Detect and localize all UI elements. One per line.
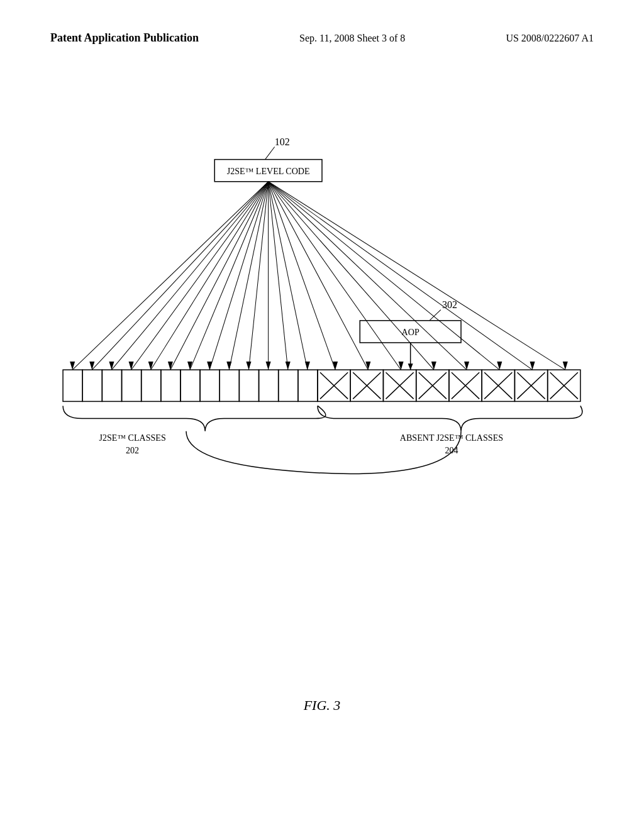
svg-rect-45 bbox=[82, 370, 102, 401]
svg-rect-53 bbox=[239, 370, 258, 401]
right-cells bbox=[318, 370, 580, 401]
diagram-svg: 102 J2SE™ LEVEL CODE bbox=[50, 126, 594, 566]
svg-line-7 bbox=[190, 182, 269, 370]
svg-line-15 bbox=[269, 182, 369, 370]
svg-marker-25 bbox=[129, 362, 134, 370]
patent-number-label: US 2008/0222607 A1 bbox=[506, 33, 594, 44]
svg-line-21 bbox=[269, 182, 565, 370]
svg-line-9 bbox=[229, 182, 268, 370]
j2se-classes-ref: 202 bbox=[126, 445, 139, 455]
svg-marker-30 bbox=[226, 362, 231, 370]
svg-line-3 bbox=[111, 182, 268, 370]
svg-line-18 bbox=[269, 182, 467, 370]
left-brace bbox=[63, 406, 326, 431]
aop-arrowhead bbox=[408, 363, 413, 370]
svg-rect-55 bbox=[279, 370, 298, 401]
svg-line-5 bbox=[151, 182, 269, 370]
svg-marker-22 bbox=[70, 362, 75, 370]
svg-rect-52 bbox=[219, 370, 239, 401]
svg-line-20 bbox=[269, 182, 533, 370]
svg-rect-46 bbox=[102, 370, 121, 401]
svg-line-43 bbox=[430, 310, 441, 321]
left-cells bbox=[63, 370, 318, 401]
figure-caption: FIG. 3 bbox=[304, 697, 341, 714]
svg-line-6 bbox=[170, 182, 269, 370]
svg-rect-50 bbox=[180, 370, 200, 401]
ref-102: 102 bbox=[275, 136, 290, 147]
svg-rect-51 bbox=[200, 370, 219, 401]
svg-marker-34 bbox=[305, 362, 310, 370]
publication-label: Patent Application Publication bbox=[50, 31, 199, 45]
svg-rect-44 bbox=[63, 370, 82, 401]
svg-marker-38 bbox=[431, 362, 436, 370]
svg-marker-31 bbox=[246, 362, 251, 370]
svg-marker-32 bbox=[266, 362, 271, 370]
svg-marker-36 bbox=[365, 362, 370, 370]
absent-classes-label: ABSENT J2SE™ CLASSES bbox=[400, 433, 503, 443]
right-brace bbox=[318, 406, 582, 431]
svg-line-10 bbox=[248, 182, 268, 370]
svg-line-0 bbox=[265, 147, 275, 160]
svg-marker-23 bbox=[89, 362, 94, 370]
svg-rect-48 bbox=[142, 370, 161, 401]
diagram-area: 102 J2SE™ LEVEL CODE bbox=[50, 126, 594, 566]
svg-rect-56 bbox=[298, 370, 318, 401]
fan-lines bbox=[72, 182, 565, 370]
node-302-label: AOP bbox=[402, 327, 419, 337]
svg-line-4 bbox=[131, 182, 269, 370]
page-header: Patent Application Publication Sep. 11, … bbox=[0, 31, 644, 45]
node-102-label: J2SE™ LEVEL CODE bbox=[227, 166, 310, 176]
svg-marker-24 bbox=[109, 362, 114, 370]
svg-marker-33 bbox=[286, 362, 291, 370]
arrowheads bbox=[70, 362, 568, 370]
svg-line-19 bbox=[269, 182, 500, 370]
svg-rect-54 bbox=[259, 370, 279, 401]
j2se-classes-label: J2SE™ CLASSES bbox=[99, 433, 165, 443]
date-sheet-label: Sep. 11, 2008 Sheet 3 of 8 bbox=[299, 33, 405, 44]
svg-line-2 bbox=[92, 182, 268, 370]
svg-line-17 bbox=[269, 182, 434, 370]
svg-marker-29 bbox=[207, 362, 212, 370]
svg-rect-49 bbox=[161, 370, 180, 401]
svg-marker-39 bbox=[464, 362, 469, 370]
svg-marker-26 bbox=[148, 362, 153, 370]
svg-rect-47 bbox=[122, 370, 142, 401]
svg-marker-27 bbox=[168, 362, 173, 370]
svg-marker-37 bbox=[399, 362, 404, 370]
ref-302: 302 bbox=[442, 299, 457, 310]
